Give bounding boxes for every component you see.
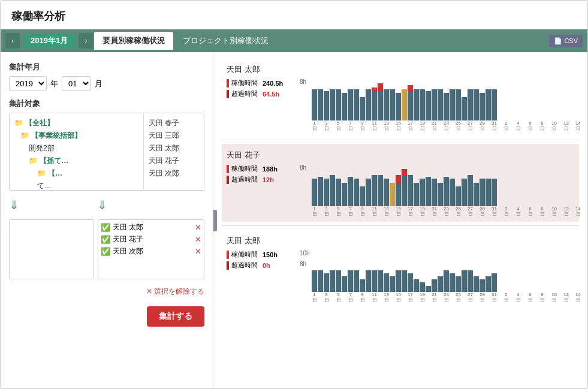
bar (318, 177, 323, 206)
bar (384, 273, 389, 292)
bar (408, 273, 413, 292)
bar (390, 183, 395, 206)
bar (324, 91, 329, 120)
selected-item-3: ✅ 天田 次郎 ✕ (101, 246, 201, 257)
working-label-3: 稼働時間 (231, 250, 258, 259)
bar (366, 89, 371, 120)
remove-btn-2[interactable]: ✕ (195, 235, 201, 244)
overtime-indicator-3 (227, 261, 229, 270)
prev-month-button[interactable]: ‹ (5, 33, 20, 49)
bar (426, 91, 431, 120)
clear-selection-link[interactable]: ✕ 選択を解除する (9, 287, 204, 297)
bar (360, 279, 365, 292)
tab-member-status[interactable]: 要員別稼稼働状況 (94, 32, 173, 50)
chart-stats-3: 稼働時間 150h 超過時間 0h (227, 250, 293, 272)
tree-item-dept[interactable]: 📁 【事業統括部】 (12, 129, 141, 142)
selection-right-box: ✅ 天田 太郎 ✕ ✅ 天田 花子 ✕ ✅ 天田 次郎 ✕ (98, 219, 204, 279)
overtime-label-3: 超過時間 (231, 261, 258, 270)
bar (372, 88, 377, 120)
bar (330, 175, 335, 206)
bar (348, 89, 353, 120)
tree-item-grandchild[interactable]: 📁 【孫て… (12, 155, 141, 167)
stat-overtime-1: 超過時間 64.5h (227, 89, 293, 98)
tree-person-1[interactable]: 天田 春子 (146, 117, 201, 129)
bar (372, 175, 377, 206)
bar (402, 270, 407, 292)
aggregate-target-section: 集計対象 📁 【全社】 📁 【事業統括部】 開発2部 📁 【孫て… 📁 【… て… (9, 98, 204, 191)
chart-row-3: 稼働時間 150h 超過時間 0h 10h 8h (227, 250, 574, 304)
section-label-target: 集計対象 (9, 98, 204, 109)
bar (462, 97, 467, 120)
right-panel: « 天田 太郎 稼働時間 240.5h 超過時間 64.5h (213, 52, 587, 388)
working-value-1: 240.5h (263, 80, 283, 87)
selection-area: ✅ 天田 太郎 ✕ ✅ 天田 花子 ✕ ✅ 天田 次郎 ✕ (9, 219, 204, 279)
check-icon-1: ✅ (101, 223, 110, 232)
chart-area-3: 10h 8h 1日3日5日7日9日11日13日15日17日19日21日23日25… (300, 250, 587, 304)
bar (348, 177, 353, 206)
csv-export-button[interactable]: 📄 CSV (549, 35, 583, 47)
tab-project-status[interactable]: プロジェクト別稼働状況 (174, 32, 277, 50)
tree-left[interactable]: 📁 【全社】 📁 【事業統括部】 開発2部 📁 【孫て… 📁 【… て… (10, 113, 144, 190)
remove-btn-1[interactable]: ✕ (195, 223, 201, 232)
next-month-button[interactable]: › (79, 33, 93, 49)
aggregate-button[interactable]: 集計する (147, 306, 204, 327)
bar (486, 179, 491, 206)
stat-overtime-3: 超過時間 0h (227, 261, 293, 270)
bar (348, 270, 353, 292)
bar (378, 83, 383, 120)
bar (324, 273, 329, 292)
chart-area-1: 8h 1日3日5日7日9日11日13日15日17日19日21日23日25日27日… (300, 79, 587, 132)
page-title: 稼働率分析 (1, 1, 587, 29)
remove-btn-3[interactable]: ✕ (195, 247, 201, 256)
check-icon-3: ✅ (101, 247, 110, 256)
bar (390, 276, 395, 292)
tree-item-dev2[interactable]: 開発2部 (12, 142, 141, 155)
collapse-panel-button[interactable]: « (213, 210, 217, 231)
bar (432, 279, 437, 292)
chart-person-name-3: 天田 太郎 (227, 236, 574, 246)
bar (384, 89, 389, 120)
bar (330, 89, 335, 120)
stat-working-2: 稼働時間 188h (227, 164, 293, 173)
tree-item-sub1[interactable]: 📁 【… (12, 167, 141, 180)
year-select[interactable]: 2019 2018 2020 (9, 76, 47, 91)
working-label-2: 稼働時間 (231, 164, 258, 173)
bar (456, 186, 461, 206)
chart-person-name-1: 天田 太郎 (227, 64, 574, 75)
tree-person-2[interactable]: 天田 三郎 (146, 129, 201, 142)
month-select[interactable]: 01020304 05060708 09101112 (62, 76, 91, 91)
bar (420, 179, 425, 206)
chart-stats-1: 稼働時間 240.5h 超過時間 64.5h (227, 79, 293, 100)
bar (432, 179, 437, 206)
tree-person-4[interactable]: 天田 花子 (146, 155, 201, 167)
aggregate-year-month-section: 集計年月 2019 2018 2020 年 01020304 05060708 … (9, 62, 204, 91)
down-arrow-left[interactable]: ⇓ (9, 199, 19, 211)
bar (456, 276, 461, 292)
x-labels-2: 1日3日5日7日9日11日13日15日17日19日21日23日25日27日29日… (300, 207, 587, 218)
stat-overtime-2: 超過時間 12h (227, 175, 293, 184)
bar (420, 89, 425, 120)
bar (402, 169, 407, 206)
down-arrow-right[interactable]: ⇓ (97, 199, 107, 211)
selected-name-2: 天田 花子 (113, 234, 143, 245)
overtime-label-2: 超過時間 (231, 175, 258, 184)
tree-container: 📁 【全社】 📁 【事業統括部】 開発2部 📁 【孫て… 📁 【… て… 天田 … (9, 113, 204, 191)
check-icon-2: ✅ (101, 235, 110, 244)
bar (342, 183, 347, 206)
working-label-1: 稼働時間 (231, 79, 258, 88)
bar (336, 179, 341, 206)
main-content: 集計年月 2019 2018 2020 年 01020304 05060708 … (1, 52, 587, 388)
tree-person-3[interactable]: 天田 太郎 (146, 142, 201, 155)
bar (396, 270, 401, 292)
bar (438, 89, 443, 120)
bar (408, 175, 413, 206)
bar (450, 89, 455, 120)
bar (480, 279, 485, 292)
chart-person-name-2: 天田 花子 (227, 150, 574, 161)
tree-item-company[interactable]: 📁 【全社】 (12, 117, 141, 129)
bar (318, 270, 323, 292)
overtime-indicator-2 (227, 176, 229, 184)
tree-item-sub2[interactable]: て… (12, 180, 141, 190)
tree-person-5[interactable]: 天田 次郎 (146, 167, 201, 180)
bar (474, 276, 479, 292)
